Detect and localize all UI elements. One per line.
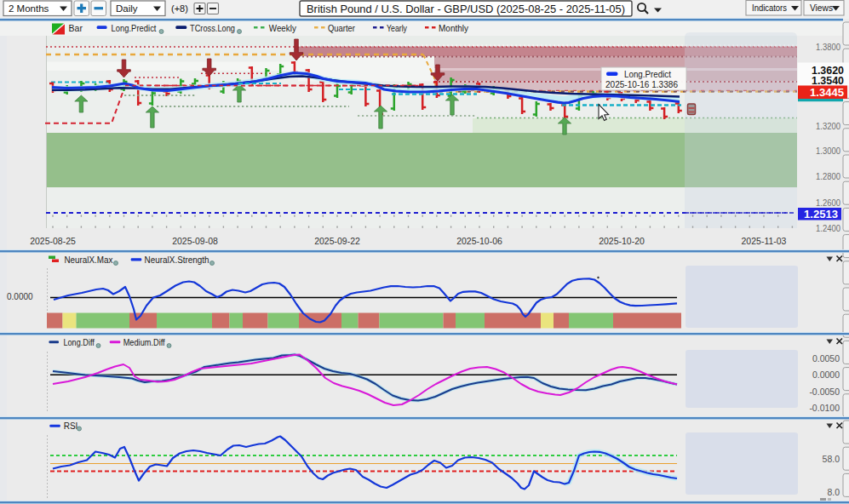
svg-text:TCross.Long: TCross.Long <box>190 23 235 33</box>
svg-text:Weekly: Weekly <box>269 23 297 33</box>
svg-text:(+8): (+8) <box>171 3 188 14</box>
svg-text:0.0050: 0.0050 <box>812 353 840 364</box>
svg-text:0.0000: 0.0000 <box>812 369 840 380</box>
svg-text:-0.0100: -0.0100 <box>809 403 840 413</box>
svg-text:RSI: RSI <box>64 421 78 431</box>
svg-text:Quarter: Quarter <box>328 23 355 33</box>
svg-text:2025-10-20: 2025-10-20 <box>599 236 645 246</box>
svg-text:2025-09-22: 2025-09-22 <box>314 236 360 246</box>
svg-text:NeuralX.Strength: NeuralX.Strength <box>145 255 209 265</box>
svg-text:1.2600: 1.2600 <box>816 198 840 208</box>
svg-text:1.3200: 1.3200 <box>816 121 840 131</box>
svg-text:2025-10-16 1.3386: 2025-10-16 1.3386 <box>605 79 678 89</box>
svg-text:1.3800: 1.3800 <box>816 42 840 52</box>
svg-text:8.0: 8.0 <box>827 487 840 497</box>
svg-text:NeuralX.Max: NeuralX.Max <box>65 255 113 265</box>
svg-text:2025-11-03: 2025-11-03 <box>742 236 787 246</box>
svg-text:58.0: 58.0 <box>823 454 840 464</box>
svg-text:2025-08-25: 2025-08-25 <box>30 236 76 246</box>
svg-text:-0.0050: -0.0050 <box>809 387 840 397</box>
svg-text:1.3445: 1.3445 <box>810 87 844 99</box>
svg-text:1.2800: 1.2800 <box>816 171 840 181</box>
svg-text:2 Months: 2 Months <box>9 3 49 14</box>
svg-text:Views: Views <box>810 3 833 13</box>
svg-text:1.3000: 1.3000 <box>816 146 840 156</box>
svg-text:Medium.Diff: Medium.Diff <box>123 338 165 347</box>
svg-text:1.2513: 1.2513 <box>804 209 838 220</box>
svg-text:2025-09-08: 2025-09-08 <box>172 236 218 246</box>
svg-text:Daily: Daily <box>116 3 138 14</box>
svg-text:Indicators: Indicators <box>752 3 787 13</box>
svg-text:British Pound / U.S. Dollar -: British Pound / U.S. Dollar - GBP/USD (2… <box>307 3 625 15</box>
svg-text:Long.Predict: Long.Predict <box>624 70 671 79</box>
svg-text:Bar: Bar <box>69 23 83 33</box>
svg-text:Long.Diff: Long.Diff <box>63 338 95 347</box>
svg-text:1.3540: 1.3540 <box>812 75 844 87</box>
svg-text:1.2400: 1.2400 <box>816 223 840 233</box>
svg-text:2025-10-06: 2025-10-06 <box>456 236 502 246</box>
svg-text:0.0000: 0.0000 <box>7 292 33 301</box>
svg-text:Monthly: Monthly <box>439 23 469 33</box>
svg-text:Yearly: Yearly <box>387 23 408 33</box>
svg-text:Long.Predict: Long.Predict <box>112 23 157 33</box>
